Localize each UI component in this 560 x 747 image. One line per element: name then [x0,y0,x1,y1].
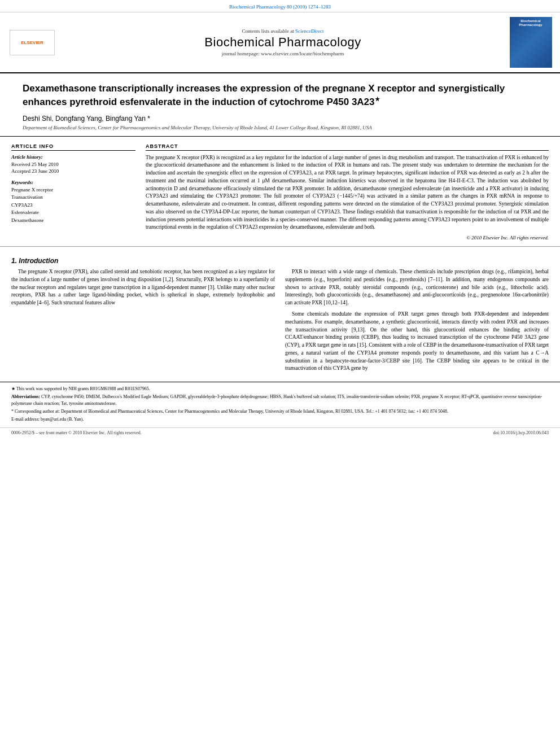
elsevier-logo: ELSEVIER [10,30,55,55]
header-right: BiochemicalPharmacology [508,17,553,68]
article-history-block: Article history: Received 25 May 2010 Ac… [11,154,135,175]
bottom-bar: 0006-2952/$ – see front matter © 2010 El… [0,427,560,438]
journal-homepage: journal homepage: www.elsevier.com/locat… [63,51,502,56]
accepted-date: Accepted 23 June 2010 [11,168,135,175]
affiliation: Department of Biomedical Sciences, Cente… [23,125,537,130]
article-title: Dexamethasone transcriptionally increase… [23,82,537,109]
footnotes: ★ This work was supported by NIH grants … [0,382,560,427]
footnote-email: E-mail address: byan@uri.edu (B. Yan). [11,416,549,423]
body-col-left-p1: The pregnane X receptor (PXR), also call… [11,268,275,307]
abstract-label: ABSTRACT [146,143,549,151]
keywords-block: Keywords: Pregnane X receptor Transactiv… [11,180,135,225]
keyword-3: CYP3A23 [11,202,135,209]
copyright: © 2010 Elsevier Inc. All rights reserved… [146,235,549,241]
contents-line: Contents lists available at ScienceDirec… [63,28,502,34]
keyword-4: Esfenvalerate [11,209,135,217]
footnote-star: ★ This work was supported by NIH grants … [11,386,549,392]
article-title-section: Dexamethasone transcriptionally increase… [0,73,560,137]
keyword-5: Dexamethasone [11,217,135,225]
keyword-1: Pregnane X receptor [11,186,135,194]
doi-text: doi:10.1016/j.bcp.2010.06.043 [493,430,549,435]
article-info-abstract: ARTICLE INFO Article history: Received 2… [0,137,560,247]
header-left: ELSEVIER [7,17,58,68]
body-col-right: PXR to interact with a wide range of che… [285,268,549,376]
body-col-right-p1: PXR to interact with a wide range of che… [285,268,549,307]
sciencedirect-link[interactable]: ScienceDirect [295,28,323,34]
received-date: Received 25 May 2010 [11,161,135,168]
page: Biochemical Pharmacology 80 (2010) 1274–… [0,0,560,747]
body-two-col: The pregnane X receptor (PXR), also call… [11,268,549,376]
abstract-text: The pregnane X receptor (PXR) is recogni… [146,154,549,232]
header-section: ELSEVIER Contents lists available at Sci… [0,12,560,73]
top-bar: Biochemical Pharmacology 80 (2010) 1274–… [0,0,560,12]
keywords-title: Keywords: [11,180,135,185]
journal-cover: BiochemicalPharmacology [510,17,552,68]
cover-title: BiochemicalPharmacology [519,19,542,27]
journal-title: Biochemical Pharmacology [63,35,502,50]
article-info-column: ARTICLE INFO Article history: Received 2… [11,143,135,241]
footnote-corresponding: * Corresponding author at: Department of… [11,408,549,415]
journal-reference: Biochemical Pharmacology 80 (2010) 1274–… [229,4,331,10]
article-info-label: ARTICLE INFO [11,143,135,151]
authors: Deshi Shi, Dongfang Yang, Bingfang Yan * [23,115,537,123]
body-section: 1. Introduction The pregnane X receptor … [0,247,560,382]
body-col-left: The pregnane X receptor (PXR), also call… [11,268,275,376]
footnote-abbrev: Abbreviations: CYP, cytochrome P450; DME… [11,394,549,407]
header-center: Contents lists available at ScienceDirec… [63,17,502,68]
history-title: Article history: [11,154,135,160]
section1-heading: 1. Introduction [11,257,549,265]
keyword-2: Transactivation [11,194,135,202]
issn-text: 0006-2952/$ – see front matter © 2010 El… [11,430,142,435]
abstract-column: ABSTRACT The pregnane X receptor (PXR) i… [146,143,549,241]
body-col-right-p2: Some chemicals modulate the expression o… [285,311,549,373]
